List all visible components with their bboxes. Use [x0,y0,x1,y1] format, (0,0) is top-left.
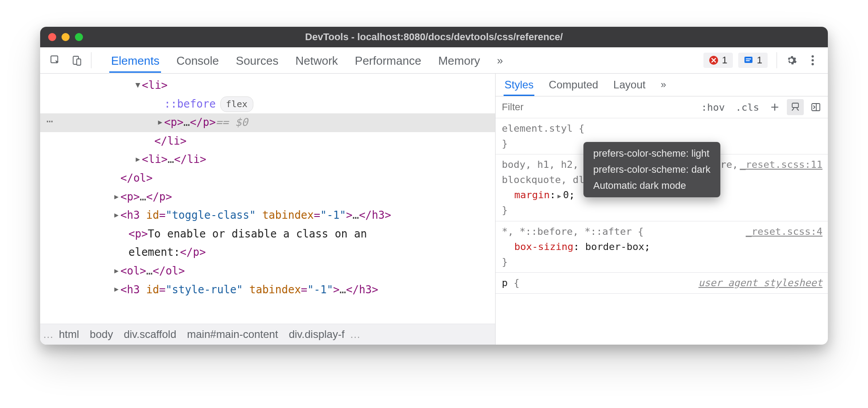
status-badges: 1 1 [703,53,768,68]
sidebar-tabs-overflow-icon[interactable]: » [660,75,667,95]
expand-caret-icon[interactable] [156,115,164,129]
dom-row[interactable]: </ol> [40,169,495,188]
expand-caret-icon[interactable] [112,208,120,221]
svg-point-5 [811,55,814,58]
svg-point-7 [811,63,814,65]
rendering-emulations-icon[interactable] [787,99,804,115]
elements-panel: <li>::beforeflex<p>…</p> == $0</li><li>…… [40,74,496,345]
panels-body: <li>::beforeflex<p>…</p> == $0</li><li>…… [40,74,828,345]
expand-caret-icon[interactable] [112,282,120,296]
issues-count: 1 [757,54,762,66]
selected-node-hint: == $0 [216,114,248,132]
svg-rect-8 [792,103,798,108]
styles-toolbar: :hov .cls [496,96,828,118]
style-rule[interactable]: _reset.scss:4*, *::before, *::after {box… [496,221,828,273]
style-rule[interactable]: user agent stylesheetp { [496,273,828,294]
dom-row[interactable]: <li>…</li> [40,150,495,169]
window-title: DevTools - localhost:8080/docs/devtools/… [40,31,828,43]
toolbar-separator [777,52,777,68]
sidebar-tabs: Styles Computed Layout » [496,74,828,96]
new-style-rule-icon[interactable] [766,99,783,115]
tab-network[interactable]: Network [293,49,339,72]
sidebar-tab-styles[interactable]: Styles [504,74,534,96]
shorthand-expand-icon[interactable] [556,189,563,200]
breadcrumbs: … html body div.scaffold main#main-conte… [40,324,495,345]
styles-filter-input[interactable] [501,99,625,116]
crumb-main[interactable]: main#main-content [182,328,283,341]
dom-row[interactable]: element:</p> [40,243,495,262]
flex-badge[interactable]: flex [220,96,253,112]
more-icon[interactable] [803,51,823,69]
dom-row[interactable]: </li> [40,132,495,151]
rule-source-link[interactable]: _reset.scss:11 [740,157,823,172]
dom-row[interactable]: <p>…</p> [40,188,495,207]
main-tabs: Elements Console Sources Network Perform… [109,49,505,72]
device-toggle-icon[interactable] [67,51,87,69]
window-close-button[interactable] [48,33,56,41]
breadcrumbs-right-ellipsis[interactable]: … [350,328,360,341]
settings-icon[interactable] [781,51,801,69]
svg-point-6 [811,59,814,61]
popover-item-prefers-light[interactable]: prefers-color-scheme: light [583,146,720,162]
issues-badge[interactable]: 1 [738,53,768,68]
dom-row[interactable]: <p>To enable or disable a class on an [40,225,495,244]
expand-caret-icon[interactable] [112,264,120,277]
dom-row[interactable]: ::beforeflex [40,95,495,114]
window-zoom-button[interactable] [75,33,83,41]
svg-rect-9 [812,104,820,111]
rule-source-link[interactable]: user agent stylesheet [699,275,823,291]
tab-performance[interactable]: Performance [353,49,423,72]
tabs-overflow-icon[interactable]: » [495,49,504,71]
crumb-body[interactable]: body [84,328,118,341]
toolbar-separator [91,52,91,68]
crumb-div-display[interactable]: div.display-f [283,328,350,341]
dom-row[interactable]: <h3 id="style-rule" tabindex="-1">…</h3> [40,281,495,300]
color-scheme-popover: prefers-color-scheme: light prefers-colo… [583,142,720,197]
crumb-div-scaffold[interactable]: div.scaffold [118,328,182,341]
dom-row[interactable]: <p>…</p> == $0 [40,113,495,132]
error-icon [709,55,719,65]
expand-caret-icon[interactable] [112,190,120,203]
errors-count: 1 [722,54,727,66]
issues-icon [744,55,753,65]
expand-caret-icon[interactable] [134,152,142,166]
sidebar-tab-layout[interactable]: Layout [612,74,646,96]
dom-row[interactable]: <li> [40,76,495,95]
sidebar-panel: Styles Computed Layout » :hov .cls [496,74,828,345]
titlebar: DevTools - localhost:8080/docs/devtools/… [40,27,828,47]
breadcrumbs-left-ellipsis[interactable]: … [43,328,54,341]
window-minimize-button[interactable] [62,33,70,41]
inspect-element-icon[interactable] [45,51,65,69]
dom-row[interactable]: <ol>…</ol> [40,262,495,281]
window-controls [48,33,83,41]
expand-caret-icon[interactable] [134,78,142,92]
devtools-window: DevTools - localhost:8080/docs/devtools/… [40,27,828,345]
sidebar-tab-computed[interactable]: Computed [548,74,599,96]
tab-console[interactable]: Console [174,49,220,72]
tab-sources[interactable]: Sources [234,49,280,72]
dom-row[interactable]: <h3 id="toggle-class" tabindex="-1">…</h… [40,206,495,225]
tab-elements[interactable]: Elements [109,49,161,72]
crumb-html[interactable]: html [54,328,84,341]
svg-rect-2 [77,59,81,65]
popover-item-prefers-dark[interactable]: prefers-color-scheme: dark [583,162,720,178]
rule-source-link[interactable]: _reset.scss:4 [746,224,823,239]
errors-badge[interactable]: 1 [703,53,733,68]
hov-toggle-button[interactable]: :hov [698,100,728,115]
popover-item-auto-dark[interactable]: Automatic dark mode [583,178,720,194]
main-toolbar: Elements Console Sources Network Perform… [40,47,828,74]
dom-tree[interactable]: <li>::beforeflex<p>…</p> == $0</li><li>…… [40,74,495,324]
svg-rect-4 [744,57,752,63]
cls-toggle-button[interactable]: .cls [732,100,763,115]
style-declaration[interactable]: box-sizing: border-box; [502,239,823,254]
computed-toggle-icon[interactable] [807,99,824,115]
tab-memory[interactable]: Memory [436,49,482,72]
